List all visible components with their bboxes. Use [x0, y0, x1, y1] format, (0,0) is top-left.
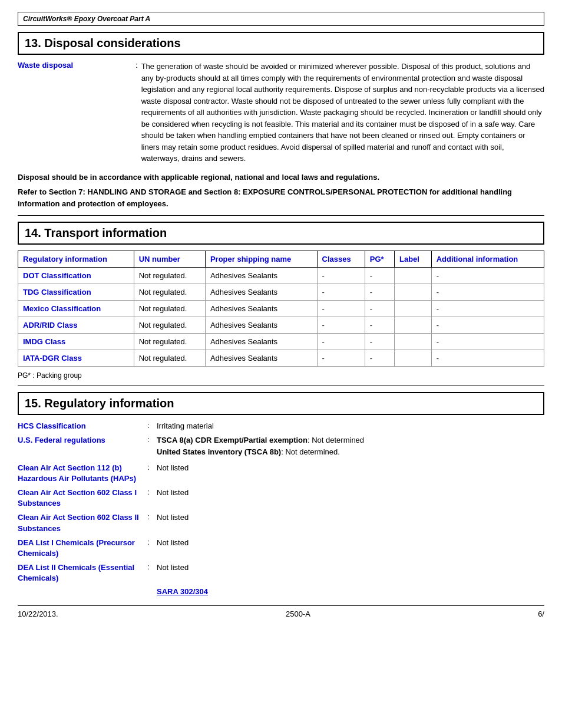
additional-cell: -	[431, 317, 544, 334]
shipping-cell: Adhesives Sealants	[205, 334, 317, 350]
disposal-note2: Refer to Section 7: HANDLING AND STORAGE…	[18, 186, 544, 209]
disposal-note1: Disposal should be in accordance with ap…	[18, 172, 544, 183]
list-item: DEA List I Chemicals (Precursor Chemical…	[18, 538, 544, 559]
tsca-line2: United States inventory (TSCA 8b): Not d…	[157, 447, 544, 457]
additional-cell: -	[431, 284, 544, 301]
table-row: IMDG Class Not regulated. Adhesives Seal…	[18, 334, 544, 350]
list-item: DEA List II Chemicals (Essential Chemica…	[18, 562, 544, 584]
shipping-cell: Adhesives Sealants	[205, 284, 317, 301]
regulatory-cell: IMDG Class	[18, 334, 134, 350]
document-header: CircuitWorks® Epoxy Overcoat Part A	[18, 12, 544, 26]
waste-disposal-content: : The generation of waste should be avoi…	[135, 61, 544, 164]
shipping-cell: Adhesives Sealants	[205, 317, 317, 334]
reg-item-label: DEA List II Chemicals (Essential Chemica…	[18, 562, 147, 584]
un-cell: Not regulated.	[134, 268, 205, 284]
label-cell	[394, 268, 431, 284]
label-cell	[394, 334, 431, 350]
reg-item-colon: :	[147, 487, 157, 496]
section15-title: 15. Regulatory information	[18, 392, 544, 415]
pg-cell: -	[365, 350, 394, 367]
us-fed-value: TSCA 8(a) CDR Exempt/Partial exemption: …	[157, 435, 544, 459]
reg-item-value: Not listed	[157, 463, 544, 473]
shipping-cell: Adhesives Sealants	[205, 350, 317, 367]
transport-table: Regulatory information UN number Proper …	[18, 251, 544, 367]
un-cell: Not regulated.	[134, 350, 205, 367]
pg-cell: -	[365, 268, 394, 284]
classes-cell: -	[317, 301, 365, 317]
pg-note: PG* : Packing group	[18, 371, 544, 380]
regulatory-cell: Mexico Classification	[18, 301, 134, 317]
un-cell: Not regulated.	[134, 301, 205, 317]
section14-title: 14. Transport information	[18, 222, 544, 245]
pg-cell: -	[365, 284, 394, 301]
reg-item-value: Not listed	[157, 538, 544, 548]
regulatory-cell: DOT Classification	[18, 268, 134, 284]
reg-item-colon: :	[147, 562, 157, 571]
footer-docid: 2500-A	[286, 610, 310, 618]
us-fed-row: U.S. Federal regulations : TSCA 8(a) CDR…	[18, 435, 544, 459]
regulatory-cell: ADR/RID Class	[18, 317, 134, 334]
col-un: UN number	[134, 251, 205, 268]
us-fed-label: U.S. Federal regulations	[18, 435, 147, 446]
reg-item-label: DEA List I Chemicals (Precursor Chemical…	[18, 538, 147, 559]
hcs-value: Irritating material	[157, 421, 544, 431]
reg-item-value: Not listed	[157, 562, 544, 573]
tsca-line1: TSCA 8(a) CDR Exempt/Partial exemption: …	[157, 435, 544, 446]
table-row: Mexico Classification Not regulated. Adh…	[18, 301, 544, 317]
hcs-label: HCS Classification	[18, 421, 147, 431]
pg-cell: -	[365, 301, 394, 317]
shipping-cell: Adhesives Sealants	[205, 268, 317, 284]
regulatory-cell: TDG Classification	[18, 284, 134, 301]
list-item: Clean Air Act Section 602 Class II Subst…	[18, 512, 544, 533]
reg-item-value: Not listed	[157, 487, 544, 498]
col-regulatory: Regulatory information	[18, 251, 134, 268]
label-cell	[394, 317, 431, 334]
reg-item-label: Clean Air Act Section 112 (b) Hazardous …	[18, 463, 147, 484]
us-fed-colon: :	[147, 435, 157, 444]
additional-cell: -	[431, 334, 544, 350]
un-cell: Not regulated.	[134, 334, 205, 350]
pg-cell: -	[365, 334, 394, 350]
label-cell	[394, 350, 431, 367]
footer-page: 6/	[538, 610, 544, 618]
regulatory-cell: IATA-DGR Class	[18, 350, 134, 367]
sara-link[interactable]: SARA 302/304	[157, 587, 208, 596]
document-title: CircuitWorks® Epoxy Overcoat Part A	[23, 15, 150, 23]
section13-title: 13. Disposal considerations	[18, 32, 544, 55]
reg-item-value: Not listed	[157, 512, 544, 523]
list-item: Clean Air Act Section 602 Class I Substa…	[18, 487, 544, 509]
table-row: DOT Classification Not regulated. Adhesi…	[18, 268, 544, 284]
hcs-colon: :	[147, 421, 157, 430]
classes-cell: -	[317, 268, 365, 284]
hcs-row: HCS Classification : Irritating material	[18, 421, 544, 431]
col-shipping: Proper shipping name	[205, 251, 317, 268]
additional-cell: -	[431, 301, 544, 317]
classes-cell: -	[317, 317, 365, 334]
reg-item-colon: :	[147, 463, 157, 472]
reg-item-colon: :	[147, 512, 157, 521]
page-footer: 10/22/2013. 2500-A 6/	[18, 605, 544, 618]
reg-rows: Clean Air Act Section 112 (b) Hazardous …	[18, 463, 544, 584]
reg-item-label: Clean Air Act Section 602 Class I Substa…	[18, 487, 147, 509]
col-additional: Additional information	[431, 251, 544, 268]
col-label: Label	[394, 251, 431, 268]
reg-item-label: Clean Air Act Section 602 Class II Subst…	[18, 512, 147, 533]
label-cell	[394, 301, 431, 317]
un-cell: Not regulated.	[134, 284, 205, 301]
pg-cell: -	[365, 317, 394, 334]
un-cell: Not regulated.	[134, 317, 205, 334]
footer-date: 10/22/2013.	[18, 610, 58, 618]
additional-cell: -	[431, 350, 544, 367]
disposal-section: Waste disposal : The generation of waste…	[18, 61, 544, 164]
classes-cell: -	[317, 334, 365, 350]
additional-cell: -	[431, 268, 544, 284]
sara-row: SARA 302/304	[18, 587, 544, 596]
table-row: ADR/RID Class Not regulated. Adhesives S…	[18, 317, 544, 334]
waste-disposal-label: Waste disposal	[18, 61, 135, 164]
list-item: Clean Air Act Section 112 (b) Hazardous …	[18, 463, 544, 484]
label-cell	[394, 284, 431, 301]
col-pg: PG*	[365, 251, 394, 268]
reg-item-colon: :	[147, 538, 157, 546]
col-classes: Classes	[317, 251, 365, 268]
table-row: IATA-DGR Class Not regulated. Adhesives …	[18, 350, 544, 367]
